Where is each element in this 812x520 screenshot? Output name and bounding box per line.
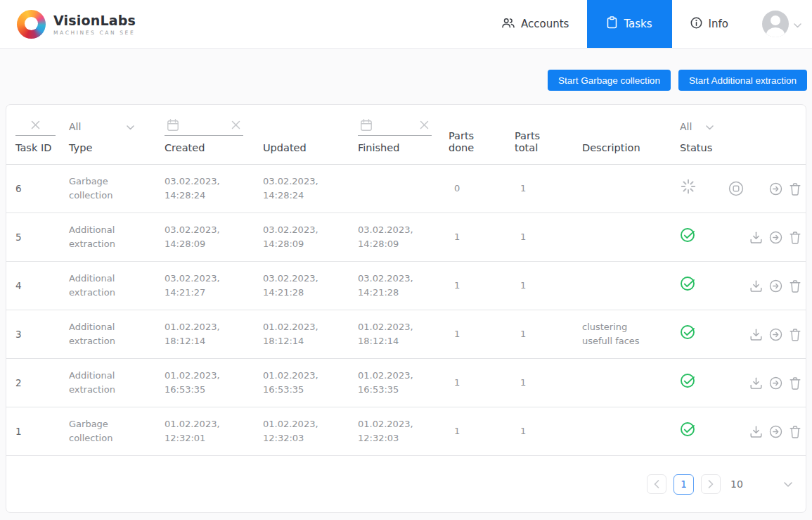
clear-finished-filter-icon[interactable] <box>418 119 430 134</box>
task-finished-cell: 01.02.2023, 16:53:35 <box>358 369 449 397</box>
pagination: 1 10 <box>6 456 806 512</box>
clear-created-filter-icon[interactable] <box>230 119 242 134</box>
status-filter-chevron-down-icon <box>706 121 714 133</box>
task-finished-text: 03.02.2023, 14:21:28 <box>358 272 431 300</box>
delete-task-button[interactable] <box>785 421 805 441</box>
nav-tasks[interactable]: Tasks <box>587 0 671 48</box>
main-nav: Accounts Tasks Info <box>484 0 812 48</box>
table-body: 6 Garbage collection 03.02.2023, 14:28:2… <box>6 165 806 456</box>
open-task-button[interactable] <box>766 373 785 393</box>
start-additional-extraction-button[interactable]: Start Additional extraction <box>678 70 807 91</box>
finished-filter-input[interactable] <box>358 118 432 136</box>
brand-name: VisionLabs <box>53 13 136 28</box>
open-task-button[interactable] <box>766 179 785 198</box>
brand-logo[interactable]: VisionLabs MACHINES CAN SEE <box>17 10 136 39</box>
download-result-button[interactable] <box>746 421 766 441</box>
page-size-select[interactable]: 10 <box>730 478 792 490</box>
download-result-button[interactable] <box>746 373 766 393</box>
task-type-text: Garbage collection <box>69 175 142 203</box>
type-filter-select[interactable]: All <box>69 118 137 136</box>
current-page[interactable]: 1 <box>674 474 694 495</box>
task-created-text: 03.02.2023, 14:28:09 <box>165 223 238 251</box>
stop-task-button[interactable] <box>726 227 746 247</box>
check-circle-icon <box>680 324 695 344</box>
table-row: 5 Additional extraction 03.02.2023, 14:2… <box>6 213 806 262</box>
column-type-label: Type <box>69 142 92 154</box>
tasks-table: Task ID All Type <box>6 104 806 513</box>
status-filter-select[interactable]: All <box>680 118 714 136</box>
clear-task-id-filter-icon[interactable] <box>30 119 41 134</box>
status-cell <box>680 276 726 296</box>
delete-task-button[interactable] <box>785 373 805 393</box>
task-type-text: Additional extraction <box>69 223 142 251</box>
column-type: All Type <box>69 105 165 164</box>
task-type-text: Additional extraction <box>69 272 142 300</box>
nav-accounts-label: Accounts <box>521 18 569 30</box>
task-finished-cell: 01.02.2023, 18:12:14 <box>358 320 449 348</box>
user-menu[interactable] <box>747 11 812 37</box>
parts-total-cell: 1 <box>515 230 582 244</box>
actions-cell <box>726 373 806 393</box>
task-finished-cell: 03.02.2023, 14:21:28 <box>358 272 449 300</box>
stop-task-button[interactable] <box>726 421 746 441</box>
open-task-button[interactable] <box>766 276 785 296</box>
task-updated-text: 03.02.2023, 14:21:28 <box>263 272 336 300</box>
table-header: Task ID All Type <box>6 105 806 165</box>
stop-task-button[interactable] <box>726 179 746 198</box>
task-updated-text: 01.02.2023, 16:53:35 <box>263 369 336 397</box>
created-calendar-icon[interactable] <box>166 118 180 135</box>
tasks-clipboard-icon <box>607 16 617 32</box>
download-result-button[interactable] <box>746 324 766 344</box>
app-header: VisionLabs MACHINES CAN SEE Accounts <box>0 0 812 49</box>
nav-info[interactable]: Info <box>672 0 747 48</box>
nav-info-label: Info <box>709 18 728 30</box>
task-id-cell: 1 <box>15 424 69 438</box>
table-row: 6 Garbage collection 03.02.2023, 14:28:2… <box>6 165 806 213</box>
parts-total-cell: 1 <box>515 279 582 293</box>
stop-task-button[interactable] <box>726 373 746 393</box>
open-task-button[interactable] <box>766 324 785 344</box>
column-task-id-label: Task ID <box>15 142 51 154</box>
delete-task-button[interactable] <box>785 276 805 296</box>
visionlabs-logo-icon <box>17 10 46 39</box>
task-type-cell: Additional extraction <box>69 369 165 397</box>
user-chevron-down-icon <box>794 18 801 31</box>
task-type-cell: Additional extraction <box>69 320 165 348</box>
table-row: 1 Garbage collection 01.02.2023, 12:32:0… <box>6 407 806 456</box>
delete-task-button[interactable] <box>785 227 805 247</box>
task-updated-cell: 03.02.2023, 14:21:28 <box>263 272 358 300</box>
prev-page-button[interactable] <box>647 474 666 494</box>
task-type-cell: Garbage collection <box>69 175 165 203</box>
brand-text: VisionLabs MACHINES CAN SEE <box>53 13 136 36</box>
delete-task-button[interactable] <box>785 324 805 344</box>
download-result-button[interactable] <box>746 276 766 296</box>
task-id-filter-input[interactable] <box>15 118 56 136</box>
task-created-cell: 01.02.2023, 12:32:01 <box>165 417 263 445</box>
check-circle-icon <box>680 276 695 296</box>
stop-task-button[interactable] <box>726 276 746 296</box>
start-garbage-collection-button[interactable]: Start Garbage collection <box>548 70 671 91</box>
task-created-text: 01.02.2023, 16:53:35 <box>165 369 238 397</box>
status-cell <box>680 227 726 247</box>
task-id-cell: 6 <box>15 182 69 196</box>
task-type-text: Garbage collection <box>69 417 142 445</box>
column-task-id: Task ID <box>15 105 69 164</box>
column-parts-done: Parts done <box>449 105 515 164</box>
delete-task-button[interactable] <box>785 179 805 198</box>
status-cell <box>680 373 726 393</box>
download-result-button[interactable] <box>746 227 766 247</box>
task-type-cell: Garbage collection <box>69 417 165 445</box>
finished-calendar-icon[interactable] <box>359 118 373 135</box>
column-updated-label: Updated <box>263 142 307 154</box>
task-finished-cell: 01.02.2023, 12:32:03 <box>358 417 449 445</box>
check-circle-icon <box>680 421 695 441</box>
task-created-text: 03.02.2023, 14:28:24 <box>165 175 238 203</box>
created-filter-input[interactable] <box>165 118 243 136</box>
next-page-button[interactable] <box>701 474 721 494</box>
download-result-button[interactable] <box>746 179 766 198</box>
task-finished-text: 03.02.2023, 14:28:09 <box>358 223 431 251</box>
open-task-button[interactable] <box>766 227 785 247</box>
nav-accounts[interactable]: Accounts <box>484 0 587 48</box>
stop-task-button[interactable] <box>726 324 746 344</box>
open-task-button[interactable] <box>766 421 785 441</box>
